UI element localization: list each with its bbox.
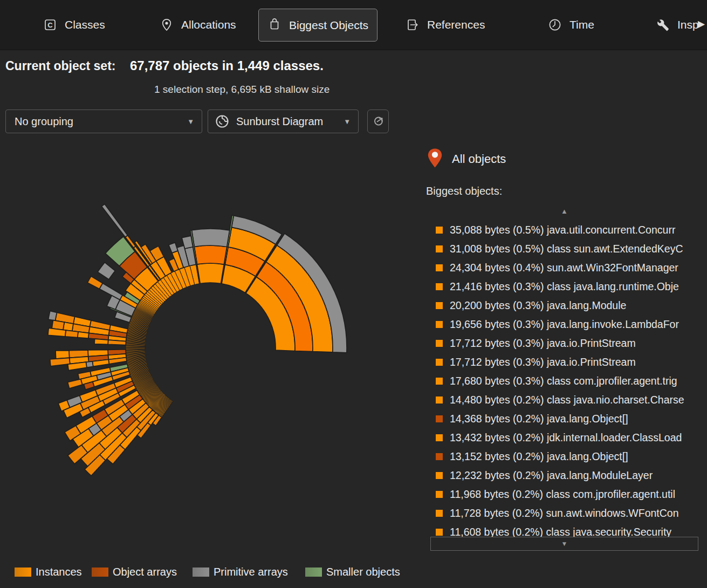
classes-icon: C [43,18,57,32]
biggest-object-row[interactable]: 31,008 bytes (0.5%) class sun.awt.Extend… [430,240,698,258]
biggest-object-row[interactable]: 14,368 bytes (0.2%) java.lang.Object[] [430,409,698,428]
object-row-text: 12,232 bytes (0.2%) java.lang.ModuleLaye… [450,469,653,482]
object-type-bullet [436,491,443,498]
tab-label: Time [569,18,594,31]
sunburst-cell[interactable] [49,311,57,320]
legend-item-object_arrays: Object arrays [92,566,177,578]
object-row-text: 35,088 bytes (0.5%) java.util.concurrent… [450,224,675,236]
sunburst-cell[interactable] [197,263,224,284]
object-type-bullet [436,359,443,366]
grouping-dropdown-value: No grouping [15,115,73,128]
object-row-text: 14,480 bytes (0.2%) class java.nio.chars… [450,394,684,406]
biggest-object-row[interactable]: 12,232 bytes (0.2%) java.lang.ModuleLaye… [430,466,698,485]
legend-item-smaller_objects: Smaller objects [305,566,400,578]
biggest-object-row[interactable]: 19,656 bytes (0.3%) java.lang.invoke.Lam… [430,315,698,334]
sunburst-cell[interactable] [169,243,178,253]
tab-inspections[interactable]: Insp [656,0,699,50]
time-icon [548,18,562,32]
biggest-object-row[interactable]: 11,968 bytes (0.2%) class com.jprofiler.… [430,485,698,504]
sunburst-cell[interactable] [87,276,102,289]
object-row-text: 13,152 bytes (0.2%) java.lang.Object[] [450,450,628,463]
tab-label: Insp [677,18,699,31]
sunburst-cell[interactable] [78,332,89,338]
object-type-bullet [436,245,443,252]
object-type-bullet [436,340,443,347]
object-row-text: 13,432 bytes (0.2%) jdk.internal.loader.… [450,432,682,444]
biggest-object-row[interactable]: 20,200 bytes (0.3%) java.lang.Module [430,296,698,315]
view-type-dropdown-value: Sunburst Diagram [236,115,323,128]
scroll-up-arrow[interactable]: ▲ [430,207,698,215]
scroll-down-bar[interactable]: ▼ [430,537,698,551]
biggest-object-row[interactable]: 35,088 bytes (0.5%) java.util.concurrent… [430,221,698,240]
sunburst-cell[interactable] [98,262,115,279]
object-row-text: 19,656 bytes (0.3%) java.lang.invoke.Lam… [450,318,679,331]
inspections-icon [656,18,670,32]
object-set-source-label: All objects [452,152,506,166]
object-type-bullet [436,510,443,517]
view-type-dropdown[interactable]: Sunburst Diagram ▼ [208,110,359,133]
biggest-objects-list-title: Biggest objects: [426,185,502,197]
object-type-bullet [436,302,443,309]
biggest-object-row[interactable]: 13,432 bytes (0.2%) jdk.internal.loader.… [430,428,698,447]
object-row-text: 24,304 bytes (0.4%) sun.awt.Win32FontMan… [450,262,678,274]
sunburst-cell[interactable] [102,204,128,237]
object-type-bullet [436,283,443,290]
legend-item-instances: Instances [15,566,82,578]
sunburst-cell[interactable] [194,245,226,264]
biggest-object-row[interactable]: 13,152 bytes (0.2%) java.lang.Object[] [430,447,698,466]
sunburst-cell[interactable] [108,340,126,345]
biggest-object-row[interactable]: 17,712 bytes (0.3%) java.io.PrintStream [430,353,698,372]
object-row-text: 31,008 bytes (0.5%) class sun.awt.Extend… [450,243,683,255]
chevron-down-icon: ▼ [344,118,358,126]
grouping-dropdown[interactable]: No grouping ▼ [5,110,202,133]
current-object-set-value: 67,787 objects in 1,449 classes. [130,58,324,73]
biggest-object-row[interactable]: 17,680 bytes (0.3%) class com.jprofiler.… [430,372,698,391]
sunburst-cell[interactable] [65,330,78,338]
tab-label: References [427,18,485,31]
object-row-text: 17,712 bytes (0.3%) java.io.PrintStream [450,356,636,368]
sunburst-cell[interactable] [50,358,70,366]
sunburst-cell[interactable] [86,361,93,367]
biggest-object-row[interactable]: 14,480 bytes (0.2%) class java.nio.chars… [430,391,698,409]
current-object-set-label: Current object set: [5,59,115,73]
tab-references[interactable]: References [406,0,485,50]
selection-step-subtitle: 1 selection step, 6,695 kB shallow size [154,84,330,95]
tab-time[interactable]: Time [548,0,594,50]
tab-label: Classes [65,18,105,31]
sunburst-diagram[interactable] [0,139,421,565]
legend-swatch [92,568,108,577]
sunburst-diagram-icon [215,114,230,129]
object-type-bullet [436,321,443,328]
tab-allocations[interactable]: Allocations [160,0,236,50]
legend-label: Object arrays [113,566,177,578]
biggest-object-row[interactable]: 17,712 bytes (0.3%) java.io.PrintStream [430,334,698,353]
object-row-text: 17,712 bytes (0.3%) java.io.PrintStream [450,337,636,350]
tab-classes[interactable]: CClasses [43,0,105,50]
object-type-bullet [436,264,443,271]
tab-label: Biggest Objects [289,19,368,32]
object-row-text: 20,200 bytes (0.3%) java.lang.Module [450,299,626,312]
biggest-object-row[interactable]: 24,304 bytes (0.4%) sun.awt.Win32FontMan… [430,258,698,277]
legend-label: Primitive arrays [214,566,288,578]
view-tab-bar: ▶ CClassesAllocationsBiggest ObjectsRefe… [0,0,707,50]
biggest-objects-icon [267,17,282,33]
biggest-object-row[interactable]: 21,416 bytes (0.3%) class java.lang.runt… [430,277,698,296]
object-row-text: 21,416 bytes (0.3%) class java.lang.runt… [450,281,679,293]
svg-text:C: C [47,21,53,29]
object-row-text: 11,728 bytes (0.2%) sun.awt.windows.WFon… [450,507,679,519]
more-tabs-icon[interactable]: ▶ [698,18,705,30]
object-row-text: 11,968 bytes (0.2%) class com.jprofiler.… [450,488,675,501]
tab-label: Allocations [181,18,236,31]
export-selection-button[interactable] [367,110,389,133]
biggest-object-row[interactable]: 11,728 bytes (0.2%) sun.awt.windows.WFon… [430,504,698,523]
tab-biggest-objects[interactable]: Biggest Objects [258,9,377,42]
object-type-bullet [436,415,443,422]
biggest-object-row[interactable]: 11,608 bytes (0.2%) class java.security.… [430,523,698,538]
object-type-bullet [436,434,443,441]
object-type-bullet [436,453,443,460]
sunburst-cell[interactable] [94,339,108,344]
sunburst-cell[interactable] [191,229,229,247]
object-type-bullet [436,227,443,234]
object-type-bullet [436,396,443,404]
sunburst-cell[interactable] [68,379,83,388]
